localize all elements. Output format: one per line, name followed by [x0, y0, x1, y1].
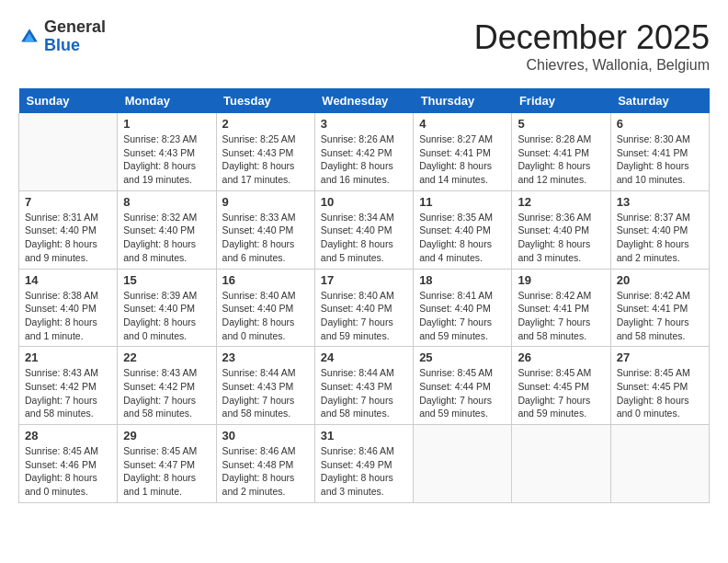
calendar-cell: 30Sunrise: 8:46 AM Sunset: 4:48 PM Dayli…	[216, 425, 314, 503]
day-info: Sunrise: 8:46 AM Sunset: 4:49 PM Dayligh…	[321, 444, 407, 499]
calendar-cell: 26Sunrise: 8:45 AM Sunset: 4:45 PM Dayli…	[512, 347, 610, 425]
logo-general-text: General	[44, 17, 106, 36]
day-number: 21	[25, 350, 111, 364]
calendar-cell: 6Sunrise: 8:30 AM Sunset: 4:41 PM Daylig…	[610, 113, 709, 190]
day-info: Sunrise: 8:23 AM Sunset: 4:43 PM Dayligh…	[123, 132, 210, 187]
calendar-cell: 29Sunrise: 8:45 AM Sunset: 4:47 PM Dayli…	[118, 425, 216, 503]
calendar-cell: 11Sunrise: 8:35 AM Sunset: 4:40 PM Dayli…	[414, 190, 512, 269]
day-info: Sunrise: 8:26 AM Sunset: 4:42 PM Dayligh…	[321, 132, 407, 187]
day-number: 25	[419, 350, 506, 364]
day-info: Sunrise: 8:45 AM Sunset: 4:46 PM Dayligh…	[25, 444, 111, 499]
day-info: Sunrise: 8:44 AM Sunset: 4:43 PM Dayligh…	[321, 366, 407, 420]
day-info: Sunrise: 8:43 AM Sunset: 4:42 PM Dayligh…	[123, 366, 210, 420]
day-number: 7	[25, 195, 111, 209]
day-info: Sunrise: 8:27 AM Sunset: 4:41 PM Dayligh…	[419, 132, 506, 187]
calendar-cell: 14Sunrise: 8:38 AM Sunset: 4:40 PM Dayli…	[19, 269, 118, 347]
day-info: Sunrise: 8:45 AM Sunset: 4:47 PM Dayligh…	[123, 444, 210, 499]
day-info: Sunrise: 8:34 AM Sunset: 4:40 PM Dayligh…	[321, 211, 407, 265]
day-info: Sunrise: 8:37 AM Sunset: 4:40 PM Dayligh…	[617, 211, 703, 265]
day-number: 1	[123, 117, 210, 131]
calendar-cell: 8Sunrise: 8:32 AM Sunset: 4:40 PM Daylig…	[118, 190, 216, 269]
col-sunday: Sunday	[19, 88, 118, 113]
calendar-cell: 18Sunrise: 8:41 AM Sunset: 4:40 PM Dayli…	[414, 269, 512, 347]
day-info: Sunrise: 8:36 AM Sunset: 4:40 PM Dayligh…	[518, 211, 604, 265]
calendar-cell: 27Sunrise: 8:45 AM Sunset: 4:45 PM Dayli…	[610, 347, 709, 425]
day-info: Sunrise: 8:45 AM Sunset: 4:45 PM Dayligh…	[617, 366, 703, 420]
day-info: Sunrise: 8:28 AM Sunset: 4:41 PM Dayligh…	[518, 132, 604, 187]
day-info: Sunrise: 8:44 AM Sunset: 4:43 PM Dayligh…	[222, 366, 309, 420]
col-friday: Friday	[512, 88, 610, 113]
calendar-week-row: 14Sunrise: 8:38 AM Sunset: 4:40 PM Dayli…	[19, 269, 710, 347]
day-number: 3	[321, 117, 407, 131]
col-monday: Monday	[118, 88, 216, 113]
day-number: 12	[518, 195, 604, 209]
day-number: 13	[617, 195, 703, 209]
day-number: 2	[222, 117, 309, 131]
calendar-cell: 4Sunrise: 8:27 AM Sunset: 4:41 PM Daylig…	[414, 113, 512, 190]
day-number: 8	[123, 195, 210, 209]
calendar-cell: 9Sunrise: 8:33 AM Sunset: 4:40 PM Daylig…	[216, 190, 314, 269]
day-info: Sunrise: 8:42 AM Sunset: 4:41 PM Dayligh…	[617, 289, 703, 343]
day-number: 27	[617, 350, 703, 364]
day-number: 16	[222, 273, 309, 287]
day-info: Sunrise: 8:35 AM Sunset: 4:40 PM Dayligh…	[419, 211, 506, 265]
calendar-cell: 12Sunrise: 8:36 AM Sunset: 4:40 PM Dayli…	[512, 190, 610, 269]
day-info: Sunrise: 8:31 AM Sunset: 4:40 PM Dayligh…	[25, 211, 111, 265]
calendar-week-row: 28Sunrise: 8:45 AM Sunset: 4:46 PM Dayli…	[19, 425, 710, 503]
location-title: Chievres, Wallonia, Belgium	[474, 57, 710, 74]
day-number: 10	[321, 195, 407, 209]
day-info: Sunrise: 8:45 AM Sunset: 4:45 PM Dayligh…	[518, 366, 604, 420]
title-block: December 2025 Chievres, Wallonia, Belgiu…	[474, 18, 710, 74]
calendar-cell: 3Sunrise: 8:26 AM Sunset: 4:42 PM Daylig…	[314, 113, 413, 190]
calendar-cell: 5Sunrise: 8:28 AM Sunset: 4:41 PM Daylig…	[512, 113, 610, 190]
day-info: Sunrise: 8:25 AM Sunset: 4:43 PM Dayligh…	[222, 132, 309, 187]
calendar-week-row: 7Sunrise: 8:31 AM Sunset: 4:40 PM Daylig…	[19, 190, 710, 269]
calendar-header-row: Sunday Monday Tuesday Wednesday Thursday…	[19, 88, 710, 113]
calendar-cell: 28Sunrise: 8:45 AM Sunset: 4:46 PM Dayli…	[19, 425, 118, 503]
day-info: Sunrise: 8:39 AM Sunset: 4:40 PM Dayligh…	[123, 289, 210, 343]
page-header: General Blue December 2025 Chievres, Wal…	[18, 18, 710, 74]
calendar-cell: 7Sunrise: 8:31 AM Sunset: 4:40 PM Daylig…	[19, 190, 118, 269]
calendar-cell	[610, 425, 709, 503]
calendar-cell: 1Sunrise: 8:23 AM Sunset: 4:43 PM Daylig…	[118, 113, 216, 190]
calendar-cell: 22Sunrise: 8:43 AM Sunset: 4:42 PM Dayli…	[118, 347, 216, 425]
day-number: 28	[25, 429, 111, 442]
col-wednesday: Wednesday	[314, 88, 413, 113]
calendar-cell: 2Sunrise: 8:25 AM Sunset: 4:43 PM Daylig…	[216, 113, 314, 190]
day-number: 14	[25, 273, 111, 287]
day-number: 15	[123, 273, 210, 287]
day-info: Sunrise: 8:42 AM Sunset: 4:41 PM Dayligh…	[518, 289, 604, 343]
col-thursday: Thursday	[414, 88, 512, 113]
day-number: 31	[321, 429, 407, 442]
month-title: December 2025	[474, 18, 710, 57]
calendar-cell: 19Sunrise: 8:42 AM Sunset: 4:41 PM Dayli…	[512, 269, 610, 347]
day-info: Sunrise: 8:43 AM Sunset: 4:42 PM Dayligh…	[25, 366, 111, 420]
day-info: Sunrise: 8:45 AM Sunset: 4:44 PM Dayligh…	[419, 366, 506, 420]
day-info: Sunrise: 8:33 AM Sunset: 4:40 PM Dayligh…	[222, 211, 309, 265]
calendar-cell: 16Sunrise: 8:40 AM Sunset: 4:40 PM Dayli…	[216, 269, 314, 347]
day-number: 18	[419, 273, 506, 287]
day-number: 23	[222, 350, 309, 364]
calendar-cell: 17Sunrise: 8:40 AM Sunset: 4:40 PM Dayli…	[314, 269, 413, 347]
day-number: 6	[617, 117, 703, 131]
logo-blue-text: Blue	[44, 36, 80, 54]
day-info: Sunrise: 8:40 AM Sunset: 4:40 PM Dayligh…	[321, 289, 407, 343]
calendar-cell: 21Sunrise: 8:43 AM Sunset: 4:42 PM Dayli…	[19, 347, 118, 425]
day-number: 24	[321, 350, 407, 364]
day-number: 9	[222, 195, 309, 209]
day-number: 11	[419, 195, 506, 209]
day-info: Sunrise: 8:38 AM Sunset: 4:40 PM Dayligh…	[25, 289, 111, 343]
calendar-table: Sunday Monday Tuesday Wednesday Thursday…	[18, 88, 710, 503]
col-tuesday: Tuesday	[216, 88, 314, 113]
calendar-cell: 20Sunrise: 8:42 AM Sunset: 4:41 PM Dayli…	[610, 269, 709, 347]
day-number: 17	[321, 273, 407, 287]
day-info: Sunrise: 8:32 AM Sunset: 4:40 PM Dayligh…	[123, 211, 210, 265]
calendar-cell: 10Sunrise: 8:34 AM Sunset: 4:40 PM Dayli…	[314, 190, 413, 269]
day-number: 20	[617, 273, 703, 287]
calendar-week-row: 1Sunrise: 8:23 AM Sunset: 4:43 PM Daylig…	[19, 113, 710, 190]
day-number: 5	[518, 117, 604, 131]
calendar-cell	[19, 113, 118, 190]
logo: General Blue	[18, 18, 106, 55]
day-number: 22	[123, 350, 210, 364]
calendar-week-row: 21Sunrise: 8:43 AM Sunset: 4:42 PM Dayli…	[19, 347, 710, 425]
